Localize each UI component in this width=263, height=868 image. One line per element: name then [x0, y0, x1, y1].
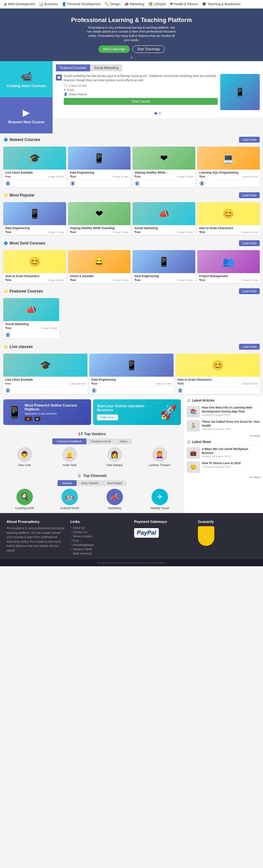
live-load-more[interactable]: Load more	[239, 344, 260, 350]
featured-courses-tab[interactable]: Featured Courses	[56, 64, 90, 71]
vendor-grid: 👨 Alex Cole 👱 Andy Field 👩 Mari Katupa 👩…	[3, 447, 181, 467]
course-info: Staying Healthy While... ₹100 4 hour 57 …	[133, 169, 195, 180]
nav-personal-dev[interactable]: 👤 Personal Development	[62, 2, 100, 6]
list-item[interactable]: ✈ Healthy Travel	[138, 489, 181, 510]
dot-1[interactable]	[154, 112, 157, 115]
list-item[interactable]: 📣 Marketing	[93, 489, 136, 510]
footer-guaranty: Guaranty 🛡	[198, 520, 256, 556]
table-row[interactable]: 📱 Data Engineering ₹100 3 hour 17 min 👤	[89, 354, 174, 394]
shield-guaranty-icon: 🛡	[198, 526, 214, 546]
footer-link-faq[interactable]: FAQ	[70, 539, 129, 542]
table-row[interactable]: 😊 How to Draw Characters ₹250 9 hour 02 …	[3, 250, 66, 283]
featured-load-more[interactable]: Load more	[239, 288, 260, 294]
start-learning-button[interactable]: Start Learnings	[98, 45, 130, 53]
list-item[interactable]: 📚 How One Mom Fits In Learning Web Devel…	[187, 406, 260, 417]
news-article-title: How To Stress Less In 2019	[202, 461, 260, 465]
vendor-name: Andy Field	[62, 463, 77, 467]
table-row[interactable]: 😊 How to Draw Characters ₹250 6 hour 02 …	[197, 202, 260, 235]
nav-web-dev[interactable]: 🖥 Web Development	[3, 2, 35, 6]
google-play-icon[interactable]: ▶	[34, 417, 40, 421]
sold-load-more[interactable]: Load more	[239, 240, 260, 246]
top-navigation: 🖥 Web Development 📊 Business 👤 Personal …	[0, 0, 263, 8]
footer: About Proacademy Pro Academy is very pro…	[0, 513, 263, 559]
newest-section: 🔷 Newest Courses Load more 🎓 Live Class …	[0, 133, 263, 189]
course-name: How to Draw Characters	[199, 226, 258, 230]
table-row[interactable]: 😊 How to Draw Characters ₹250 9 hour 02 …	[176, 354, 260, 394]
dot-2[interactable]	[158, 112, 161, 115]
table-row[interactable]: ❤ Staying Healthy While... ₹100 4 hour 5…	[133, 147, 195, 187]
avatar: 👤	[91, 388, 97, 393]
nav-teaching[interactable]: 🎓 Teaching & Academics	[202, 2, 241, 6]
vendor-tab-count[interactable]: Courses Count	[86, 438, 115, 444]
course-name: Live Class Example	[5, 171, 64, 174]
apple-store-icon[interactable]: 🍎	[25, 417, 32, 421]
news-more-link[interactable]: ••• More	[187, 475, 260, 479]
footer-link-vendors[interactable]: Vendors Panel	[70, 548, 129, 551]
design-icon: ✏️	[105, 2, 109, 6]
course-price: ₹100	[5, 327, 11, 330]
table-row[interactable]: 💻 Learning SQL Programming ₹100 1 hour 2…	[197, 147, 260, 187]
banner-right-cta[interactable]: Right Now!	[97, 414, 118, 421]
table-row[interactable]: 📱 Data Engineering ₹100 3 hour 17 min	[133, 250, 195, 283]
footer-link-contact[interactable]: Contact Us	[70, 530, 129, 534]
avatar: 👤	[5, 181, 10, 186]
list-item[interactable]: 🤖 Android World	[48, 489, 91, 510]
footer-link-terms[interactable]: Terms & Rates	[70, 535, 129, 538]
table-row[interactable]: 📣 Social Marketing ₹100 1 hour 27 min 👤	[3, 298, 59, 339]
course-name: Social Marketing	[135, 226, 193, 230]
social-marketing-tab[interactable]: Social Marketing	[90, 64, 122, 71]
course-thumbnail: 😊	[197, 202, 260, 225]
nav-design[interactable]: ✏️ Design	[105, 2, 120, 6]
course-meta: ₹100 9 hour 17 min	[5, 231, 64, 234]
table-row[interactable]: 📣 Social Marketing ₹100 1 hour 27 min	[133, 202, 195, 235]
list-item[interactable]: 💼 4 Ways We Can Avoid Workplace Burnout …	[187, 447, 260, 459]
table-row[interactable]: 🎓 Live Class Example Free 1 hour 45 min …	[3, 354, 87, 394]
newest-load-more[interactable]: Load more	[239, 137, 260, 143]
avatar: 👤	[5, 388, 10, 393]
list-item[interactable]: 👩 Mari Katupa	[93, 447, 136, 467]
footer-link-about[interactable]: About Us	[70, 526, 129, 529]
articles-more-link[interactable]: ••• More	[187, 434, 260, 437]
footer-link-kb[interactable]: Knowledgebase	[70, 543, 129, 547]
list-item[interactable]: 👩‍🦰 Lindsey Thaxton	[138, 447, 181, 467]
nav-marketing[interactable]: 📣 Marketing	[124, 2, 144, 6]
article-thumbnail: 🏃	[187, 420, 200, 432]
vendor-name: Lindsey Thaxton	[149, 463, 171, 467]
request-new-card[interactable]: ▶ Request New Course	[0, 97, 53, 133]
list-item[interactable]: 🏃 These So-Called Vices Are Good for You…	[187, 420, 260, 432]
vendor-tab-feedback[interactable]: Courses Feedback	[52, 438, 86, 444]
vendors-section: 📢 Top Vendors Courses Feedback Courses C…	[0, 428, 184, 470]
table-row[interactable]: 😄 vimeo & youtube ₹100 1 hour 30 min	[68, 250, 131, 283]
nav-business[interactable]: 📊 Business	[39, 2, 58, 6]
channel-tab-rated[interactable]: Best Rated	[103, 480, 126, 486]
channel-tab-newest[interactable]: Newest	[58, 480, 77, 486]
list-item[interactable]: 👨 Alex Cole	[3, 447, 46, 467]
banner-right-title: Start your Online education Business	[97, 404, 160, 412]
course-thumbnail: 🎓	[3, 147, 66, 169]
banner-left-title: Most Powerful Online Courses Platform	[25, 403, 87, 411]
footer-link-start[interactable]: Start Learning	[70, 552, 129, 555]
vendor-tab-sales[interactable]: Sales	[115, 438, 132, 444]
scroll-down-icon[interactable]: ⌄	[129, 54, 134, 59]
avatar-row: 👤	[3, 386, 87, 394]
table-row[interactable]: 🎓 Live Class Example Free 1 hour 45 min …	[3, 147, 66, 187]
table-row[interactable]: 📱 Data Engineering ₹100 3 hour 17 min 👤	[68, 147, 131, 187]
popular-load-more[interactable]: Load more	[239, 192, 260, 198]
channel-tab-viewed[interactable]: Most Viewed	[77, 480, 103, 486]
channel-grid: 🍳 Cooking world 🤖 Android World 📣 Market…	[3, 489, 181, 510]
left-sidebar: 📹 Coming Soon Courses ▶ Request New Cour…	[0, 61, 53, 133]
list-item[interactable]: 👱 Andy Field	[48, 447, 91, 467]
nav-health[interactable]: ❤ Health & Fitness	[170, 2, 198, 6]
channels-title: 📡 Top Channels	[3, 473, 181, 477]
list-item[interactable]: 🍳 Cooking world	[3, 489, 46, 510]
table-row[interactable]: 📱 Data Engineering ₹100 9 hour 17 min	[3, 202, 66, 235]
table-row[interactable]: ❤ Staying Healthy While Traveling ₹100 4…	[68, 202, 131, 235]
nav-lifestyle[interactable]: 🌿 Lifestyle	[148, 2, 166, 6]
avatar-row: 👤	[3, 331, 59, 339]
course-name: Data Engineering	[70, 171, 129, 174]
list-item[interactable]: 😌 How To Stress Less In 2019 Tuesday 04 …	[187, 461, 260, 473]
start-teaching-button[interactable]: Start Teachings	[133, 45, 165, 53]
coming-soon-card[interactable]: 📹 Coming Soon Courses	[0, 61, 53, 97]
view-course-button[interactable]: View Course	[64, 98, 217, 105]
table-row[interactable]: 👥 Project Management ₹100 1 hour 27 min	[197, 250, 260, 283]
